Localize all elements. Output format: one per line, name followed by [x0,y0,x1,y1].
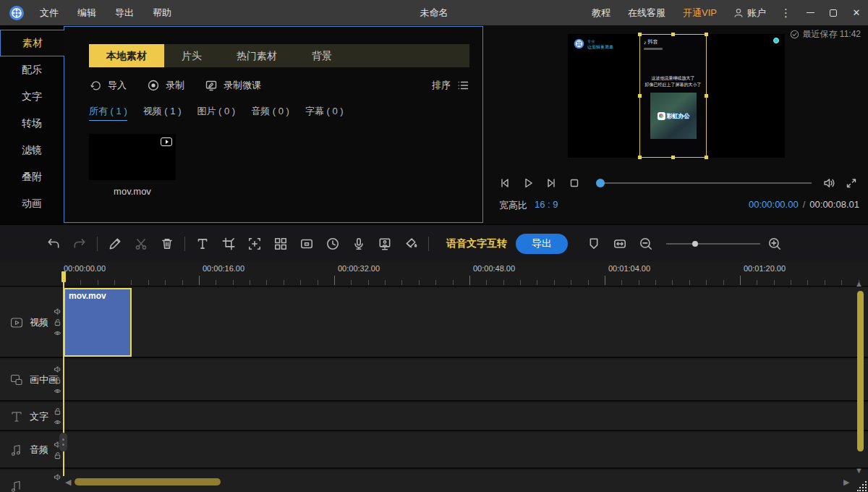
track-audio-header[interactable]: 音频 [0,433,64,467]
selected-video-clip[interactable]: ♪ 抖音 这波他流量继续放大了 好像已经赶上了屏幕的大小了 彩虹办公 [639,34,707,158]
play-button[interactable] [521,176,535,190]
hscroll-right-arrow[interactable]: ▶ [843,478,849,487]
sidebar-item-music[interactable]: 配乐 [0,56,64,83]
menu-export[interactable]: 导出 [106,0,143,25]
seek-thumb[interactable] [596,179,605,187]
zoom-out-button[interactable] [636,234,656,254]
record-button[interactable]: 录制 [147,79,184,92]
sidebar-item-media[interactable]: 素材 [0,30,64,56]
crop-button[interactable] [218,234,239,254]
next-frame-button[interactable] [544,176,558,190]
track-text-header[interactable]: 文字 [0,403,64,430]
tab-local-media[interactable]: 本地素材 [89,44,164,67]
previous-frame-button[interactable] [498,176,512,190]
delete-button[interactable] [157,234,177,254]
mute-icon[interactable] [54,473,61,481]
account-button[interactable]: 账户 [726,7,773,20]
seek-slider[interactable] [596,176,812,190]
sort-button[interactable]: 排序 [432,79,469,92]
lock-icon[interactable] [54,407,61,415]
eye-icon[interactable] [54,418,61,426]
filter-audio[interactable]: 音频 ( 0 ) [251,105,289,121]
online-support-link[interactable]: 在线客服 [619,0,674,25]
menu-help[interactable]: 帮助 [143,0,181,25]
timeline-clip[interactable]: mov.mov [64,288,132,357]
zoom-slider-track[interactable] [666,243,760,245]
speech-text-convert-button[interactable]: 语音文字互转 [446,237,507,250]
resize-handle[interactable] [671,156,675,159]
text-tool-button[interactable] [192,234,213,254]
eye-icon[interactable] [54,387,61,395]
import-button[interactable]: 导入 [89,79,127,92]
more-menu-icon[interactable]: ⋮ [773,7,799,20]
marker-button[interactable] [584,234,604,254]
close-button[interactable]: ✕ [845,0,868,25]
track-pip-header[interactable]: 画中画 [0,360,64,400]
stop-button[interactable] [567,176,582,190]
hscroll-left-arrow[interactable]: ◀ [65,478,71,487]
menu-file[interactable]: 文件 [30,0,68,25]
vscroll-thumb[interactable] [857,291,864,451]
duration-button[interactable] [323,234,343,254]
voiceover-button[interactable] [349,234,369,254]
export-button[interactable]: 导出 [516,234,568,254]
fullscreen-button[interactable] [845,177,858,190]
tutorial-link[interactable]: 教程 [583,0,619,25]
vip-link[interactable]: 开通VIP [674,0,726,25]
presenter-button[interactable] [375,234,395,254]
sidebar-item-transition[interactable]: 转场 [0,110,64,137]
maximize-button[interactable] [822,0,845,25]
edit-button[interactable] [105,234,125,254]
resize-handle[interactable] [638,156,642,159]
resize-handle[interactable] [638,33,642,36]
lock-icon[interactable] [54,376,61,384]
track-video-header[interactable]: 视频 [0,288,64,357]
tab-hot-media[interactable]: 热门素材 [219,44,294,67]
media-item[interactable]: mov.mov [89,134,176,197]
sidebar-item-overlay[interactable]: 叠附 [0,164,64,190]
mosaic-button[interactable] [271,234,291,254]
split-button[interactable] [131,234,151,254]
media-thumbnail[interactable] [89,134,176,180]
resize-handle[interactable] [638,94,642,98]
resize-handle[interactable] [705,94,708,98]
lock-icon[interactable] [54,318,61,326]
resize-handle[interactable] [705,33,708,36]
vscroll-down-arrow[interactable]: ▼ [855,466,863,475]
resize-handle[interactable] [705,156,708,159]
tab-intro[interactable]: 片头 [164,44,219,67]
sidebar-item-text[interactable]: 文字 [0,83,64,110]
zoom-slider-thumb[interactable] [692,241,698,247]
lock-icon[interactable] [54,451,61,459]
filter-video[interactable]: 视频 ( 1 ) [143,105,182,121]
aspect-ratio-value[interactable]: 16 : 9 [535,199,558,212]
redo-button[interactable] [69,234,90,254]
filter-all[interactable]: 所有 ( 1 ) [89,105,127,121]
fill-color-button[interactable] [401,234,421,254]
scale-button[interactable] [244,234,265,254]
preview-canvas[interactable]: 专业 让剪辑更简单 ♪ 抖音 这波他流量继续放大了 好像已经赶上了屏幕 [568,34,785,158]
filter-image[interactable]: 图片 ( 0 ) [197,105,235,121]
rotate-handle[interactable] [773,38,779,43]
menu-edit[interactable]: 编辑 [68,0,106,25]
playhead-handle[interactable] [61,271,66,282]
fit-timeline-button[interactable] [610,234,630,254]
minimize-button[interactable] [799,0,822,25]
zoom-in-button[interactable] [765,234,785,254]
record-lesson-button[interactable]: 录制微课 [205,79,261,92]
undo-button[interactable] [43,234,64,254]
eye-icon[interactable] [54,329,61,337]
mute-icon[interactable] [54,365,61,373]
filter-subtitle[interactable]: 字幕 ( 0 ) [305,105,344,121]
track-extra-header[interactable] [0,470,64,492]
volume-button[interactable] [822,176,836,190]
sidebar-item-animation[interactable]: 动画 [0,190,64,217]
tab-background[interactable]: 背景 [294,44,349,67]
mute-icon[interactable] [54,308,61,315]
pip-button[interactable] [297,234,317,254]
window-resize-grip[interactable] [857,481,859,483]
vscroll-up-arrow[interactable]: ▲ [855,279,863,288]
timeline-splitter-handle[interactable] [59,433,67,451]
timeline-ruler[interactable]: 00:00:00.00 00:00:16.00 00:00:32.00 00:0… [0,262,868,287]
hscroll-thumb[interactable] [75,478,221,485]
